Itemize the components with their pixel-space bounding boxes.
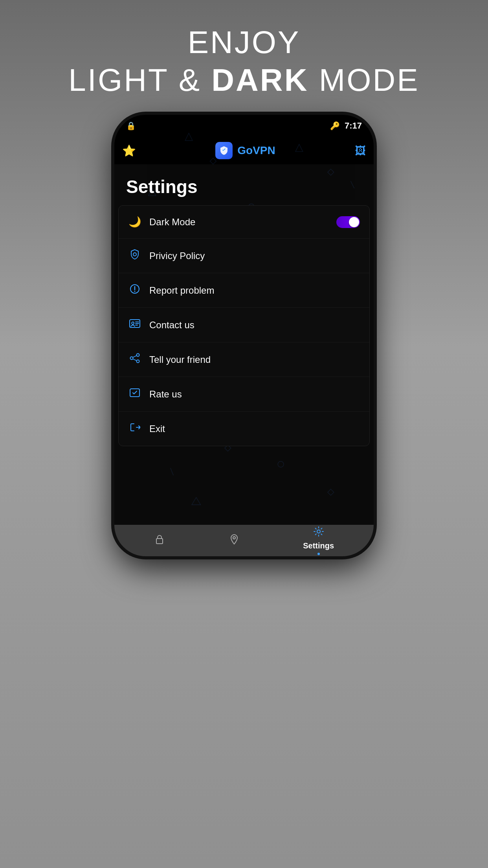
promo-line2: LIGHT & DARK MODE [68,63,419,97]
settings-nav-label: Settings [303,541,334,550]
settings-icon-bottom [313,526,324,540]
phone-wrapper: 🔒 🔑 7:17 ⭐ [110,115,378,868]
rate-us-icon [128,387,141,401]
svg-point-40 [137,354,139,357]
top-nav: ⭐ GoVPN 🖼 [114,137,374,164]
lock-icon-bottom [154,534,165,548]
exit-label: Exit [149,423,360,434]
bottom-nav: Settings [114,525,374,556]
svg-line-43 [133,356,137,358]
status-time: 7:17 [345,121,362,131]
settings-item-tell-friend[interactable]: Tell your friend [119,342,369,377]
tell-friend-icon [128,353,141,366]
promo-line2-end: MODE [308,63,419,97]
bottom-nav-settings[interactable]: Settings [303,526,334,555]
svg-rect-47 [156,539,163,544]
bookmark-icon[interactable]: ⭐ [122,144,136,157]
status-right: 🔑 7:17 [330,121,362,131]
contact-us-label: Contact us [149,320,360,331]
svg-point-42 [130,357,133,360]
report-problem-icon [128,283,141,297]
svg-point-48 [233,537,235,539]
settings-content: Settings 🌙 Dark Mode [114,164,374,525]
exit-icon [128,422,141,436]
promo-line1: ENJOY [188,25,301,60]
svg-point-31 [133,253,136,256]
status-bar: 🔒 🔑 7:17 [114,115,374,137]
nav-active-dot [317,553,320,555]
bottom-nav-lock[interactable] [154,534,165,548]
bottom-nav-location[interactable] [229,534,240,548]
promo-line2-bold: DARK [211,63,308,97]
promo-title: ENJOY LIGHT & DARK MODE [16,24,472,99]
toggle-thumb [349,217,359,227]
dark-mode-label: Dark Mode [149,217,336,228]
status-key-icon: 🔑 [330,121,340,131]
settings-item-rate-us[interactable]: Rate us [119,377,369,412]
svg-point-41 [137,360,139,363]
logo-vpn: VPN [253,144,275,156]
phone-screen: 🔒 🔑 7:17 ⭐ [114,115,374,556]
privacy-policy-icon [128,249,141,263]
logo-shield-icon [215,142,233,159]
svg-point-34 [134,291,136,292]
status-left: 🔒 [126,121,136,131]
location-icon [229,534,240,548]
settings-item-contact-us[interactable]: Contact us [119,308,369,342]
svg-line-44 [133,359,137,361]
contact-us-icon [128,318,141,332]
empty-area [114,446,374,517]
dark-mode-toggle[interactable] [336,216,360,228]
logo-go: Go [237,144,253,156]
rate-us-label: Rate us [149,389,360,400]
settings-item-dark-mode[interactable]: 🌙 Dark Mode [119,206,369,239]
promo-header: ENJOY LIGHT & DARK MODE [0,0,488,115]
phone-shell: 🔒 🔑 7:17 ⭐ [114,115,374,556]
tell-friend-label: Tell your friend [149,354,360,365]
svg-point-49 [317,530,320,533]
logo-text: GoVPN [237,144,275,157]
privacy-policy-label: Privicy Policy [149,250,360,261]
status-lock-icon: 🔒 [126,121,136,131]
promo-line2-normal: LIGHT & [68,63,211,97]
image-icon[interactable]: 🖼 [355,144,366,157]
settings-card: 🌙 Dark Mode [118,205,370,446]
svg-point-36 [132,322,134,324]
dark-mode-icon: 🌙 [128,216,141,228]
settings-item-exit[interactable]: Exit [119,412,369,446]
settings-item-report-problem[interactable]: Report problem [119,273,369,308]
settings-item-privacy-policy[interactable]: Privicy Policy [119,239,369,273]
report-problem-label: Report problem [149,285,360,296]
settings-title: Settings [114,172,374,205]
logo-area: GoVPN [215,142,275,159]
